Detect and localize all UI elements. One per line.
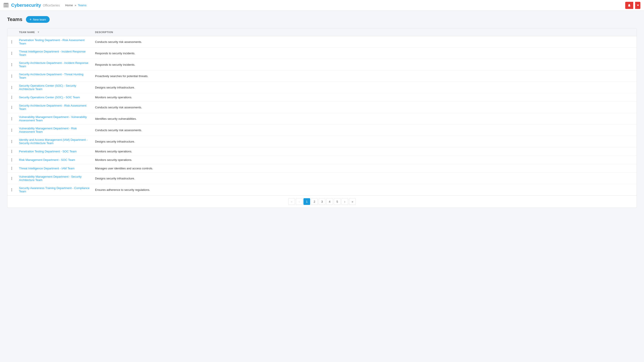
- row-menu-button[interactable]: [10, 51, 14, 55]
- team-description: Proactively searches for potential threa…: [92, 70, 636, 82]
- svg-rect-2: [4, 6, 8, 6]
- col-header-description: DESCRIPTION: [92, 28, 636, 36]
- team-description: Monitors security operations.: [92, 156, 636, 164]
- row-menu-button[interactable]: [10, 63, 14, 67]
- svg-rect-0: [4, 3, 8, 4]
- teams-table-container: TEAM NAME ▼ DESCRIPTION Penetration Test…: [7, 28, 637, 208]
- page-header: Teams + New team: [7, 16, 637, 23]
- header-actions: [625, 2, 640, 9]
- table-row: Vulnerability Management Department - Vu…: [8, 113, 636, 124]
- breadcrumb: Home » Teams: [65, 3, 86, 7]
- team-description: Manages user identities and access contr…: [92, 164, 636, 173]
- team-name-link[interactable]: Identity and Access Management (IAM) Dep…: [19, 138, 88, 145]
- team-name-link[interactable]: Penetration Testing Department - Risk As…: [19, 38, 84, 45]
- team-description: Responds to security incidents.: [92, 59, 636, 70]
- row-menu-button[interactable]: [10, 177, 14, 180]
- table-row: Identity and Access Management (IAM) Dep…: [8, 136, 636, 147]
- new-team-label: New team: [33, 18, 46, 21]
- plus-icon: +: [30, 17, 32, 21]
- row-menu-button[interactable]: [10, 158, 14, 162]
- team-description: Identifies security vulnerabilities.: [92, 113, 636, 124]
- row-menu-button[interactable]: [10, 117, 14, 121]
- header-dropdown-button[interactable]: [635, 2, 640, 9]
- pagination-prev[interactable]: ‹: [296, 198, 302, 205]
- team-name-link[interactable]: Security Architecture Department - Risk …: [19, 104, 86, 111]
- brand-name: Cybersecurity: [11, 3, 41, 8]
- team-name-link[interactable]: Penetration Testing Department - SOC Tea…: [19, 150, 76, 153]
- team-description: Responds to security incidents.: [92, 48, 636, 59]
- row-menu-button[interactable]: [10, 40, 14, 44]
- pagination-page-3[interactable]: 3: [319, 198, 325, 205]
- team-description: Monitors security operations.: [92, 93, 636, 102]
- row-menu-button[interactable]: [10, 188, 14, 192]
- table-row: Risk Management Department - SOC TeamMon…: [8, 156, 636, 164]
- table-row: Penetration Testing Department - Risk As…: [8, 36, 636, 48]
- col-header-menu: [8, 28, 16, 36]
- breadcrumb-separator: »: [75, 3, 76, 7]
- team-name-link[interactable]: Threat Intelligence Department - Inciden…: [19, 50, 86, 56]
- pagination-next[interactable]: ›: [342, 198, 348, 205]
- table-body: Penetration Testing Department - Risk As…: [8, 36, 636, 196]
- row-menu-button[interactable]: [10, 166, 14, 170]
- row-menu-button[interactable]: [10, 128, 14, 132]
- team-name-link[interactable]: Vulnerability Management Department - Vu…: [19, 115, 87, 122]
- team-description: Conducts security risk assessments.: [92, 124, 636, 136]
- page-content: Teams + New team TEAM NAME ▼ DESCRIPTION: [0, 11, 644, 213]
- team-name-link[interactable]: Security Awareness Training Department -…: [19, 186, 90, 193]
- suite-name: OfficeSeries: [43, 3, 60, 7]
- svg-rect-1: [4, 5, 8, 5]
- team-name-link[interactable]: Security Operations Center (SOC) - SOC T…: [19, 96, 80, 99]
- table-row: Security Operations Center (SOC) - SOC T…: [8, 93, 636, 102]
- table-row: Security Awareness Training Department -…: [8, 184, 636, 196]
- team-name-link[interactable]: Vulnerability Management Department - Se…: [19, 175, 82, 182]
- col-header-teamname: TEAM NAME ▼: [16, 28, 92, 36]
- table-row: Threat Intelligence Department - Inciden…: [8, 48, 636, 59]
- menu-icon[interactable]: [4, 3, 8, 7]
- pagination-page-5[interactable]: 5: [334, 198, 340, 205]
- team-name-link[interactable]: Risk Management Department - SOC Team: [19, 158, 75, 162]
- row-menu-button[interactable]: [10, 74, 14, 78]
- pagination-first[interactable]: «: [288, 198, 295, 205]
- table-row: Security Architecture Department - Incid…: [8, 59, 636, 70]
- pagination-last[interactable]: »: [349, 198, 356, 205]
- team-name-link[interactable]: Threat Intelligence Department - IAM Tea…: [19, 167, 74, 170]
- row-menu-button[interactable]: [10, 95, 14, 99]
- pagination: « ‹ 1 2 3 4 5 › »: [8, 195, 636, 208]
- table-header-row: TEAM NAME ▼ DESCRIPTION: [8, 28, 636, 36]
- table-row: Security Architecture Department - Threa…: [8, 70, 636, 82]
- table-row: Vulnerability Management Department - Se…: [8, 173, 636, 184]
- pagination-page-2[interactable]: 2: [311, 198, 318, 205]
- table-row: Security Operations Center (SOC) - Secur…: [8, 82, 636, 93]
- row-menu-button[interactable]: [10, 105, 14, 109]
- pagination-page-4[interactable]: 4: [326, 198, 333, 205]
- table-row: Penetration Testing Department - SOC Tea…: [8, 147, 636, 156]
- header: Cybersecurity OfficeSeries Home » Teams: [0, 0, 644, 11]
- breadcrumb-current: Teams: [78, 3, 86, 7]
- team-name-link[interactable]: Security Architecture Department - Threa…: [19, 73, 84, 79]
- filter-icon[interactable]: ▼: [37, 31, 40, 34]
- team-name-link[interactable]: Vulnerability Management Department - Ri…: [19, 127, 77, 133]
- notifications-button[interactable]: [625, 2, 633, 9]
- breadcrumb-home[interactable]: Home: [65, 3, 73, 7]
- table-row: Threat Intelligence Department - IAM Tea…: [8, 164, 636, 173]
- team-description: Ensures adherence to security regulation…: [92, 184, 636, 196]
- row-menu-button[interactable]: [10, 149, 14, 153]
- teams-table: TEAM NAME ▼ DESCRIPTION Penetration Test…: [8, 28, 636, 195]
- team-description: Monitors security operations.: [92, 147, 636, 156]
- page-title: Teams: [7, 16, 22, 22]
- table-row: Security Architecture Department - Risk …: [8, 102, 636, 113]
- row-menu-button[interactable]: [10, 140, 14, 143]
- team-name-link[interactable]: Security Operations Center (SOC) - Secur…: [19, 84, 76, 91]
- team-description: Designs security infrastructure.: [92, 136, 636, 147]
- team-description: Conducts security risk assessments.: [92, 102, 636, 113]
- new-team-button[interactable]: + New team: [26, 16, 50, 23]
- team-name-link[interactable]: Security Architecture Department - Incid…: [19, 61, 88, 68]
- row-menu-button[interactable]: [10, 86, 14, 89]
- team-description: Designs security infrastructure.: [92, 82, 636, 93]
- team-description: Designs security infrastructure.: [92, 173, 636, 184]
- table-row: Vulnerability Management Department - Ri…: [8, 124, 636, 136]
- team-description: Conducts security risk assessments.: [92, 36, 636, 48]
- pagination-page-1[interactable]: 1: [304, 198, 310, 205]
